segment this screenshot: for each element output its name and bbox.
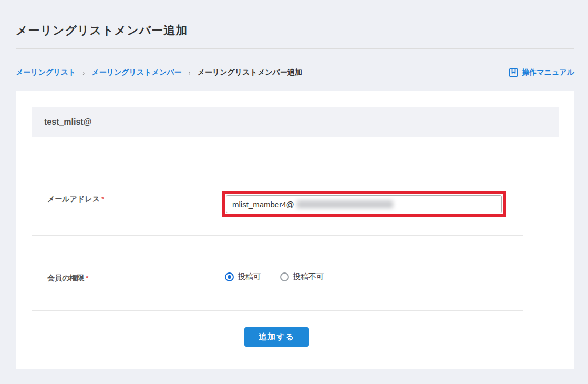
breadcrumb-separator-icon: ›: [82, 68, 85, 77]
manual-link-label: 操作マニュアル: [522, 68, 574, 77]
title-divider: [16, 48, 574, 49]
page-title: メーリングリストメンバー追加: [16, 23, 188, 38]
book-manual-icon: [509, 68, 518, 77]
permission-label-wrap: 会員の権限*: [47, 273, 88, 283]
radio-option-post-not-allowed[interactable]: 投稿不可: [280, 272, 324, 282]
mailing-list-name: test_mlist@: [44, 117, 91, 127]
highlight-annotation-box: mlist_mamber4@: [222, 191, 506, 217]
breadcrumb-separator-icon: ›: [189, 68, 191, 77]
email-label: メールアドレス: [47, 195, 100, 203]
add-member-button[interactable]: 追加する: [244, 327, 309, 347]
email-input-value: mlist_mamber4@: [232, 200, 294, 209]
email-input[interactable]: mlist_mamber4@: [226, 195, 502, 213]
row-divider: [32, 235, 523, 236]
required-asterisk: *: [101, 195, 104, 203]
radio-unchecked-icon[interactable]: [280, 272, 289, 281]
row-divider: [32, 310, 523, 311]
form-card: test_mlist@ メールアドレス* mlist_mamber4@ 会員の権…: [16, 91, 574, 369]
permission-label: 会員の権限: [47, 274, 84, 282]
breadcrumb-link-mailing-list[interactable]: メーリングリスト: [16, 68, 76, 77]
breadcrumb: メーリングリスト › メーリングリストメンバー › メーリングリストメンバー追加: [16, 68, 302, 77]
radio-label-post-allowed: 投稿可: [238, 272, 261, 282]
required-asterisk: *: [86, 274, 88, 282]
breadcrumb-link-mailing-list-members[interactable]: メーリングリストメンバー: [91, 68, 181, 77]
email-label-wrap: メールアドレス*: [47, 194, 104, 204]
breadcrumb-current-page: メーリングリストメンバー追加: [198, 68, 302, 77]
mailing-list-name-header: test_mlist@: [32, 107, 559, 137]
radio-option-post-allowed[interactable]: 投稿可: [225, 272, 261, 282]
radio-checked-icon[interactable]: [225, 272, 234, 281]
redacted-domain: [297, 200, 393, 208]
breadcrumb-row: メーリングリスト › メーリングリストメンバー › メーリングリストメンバー追加…: [16, 66, 574, 79]
permission-radio-group: 投稿可 投稿不可: [225, 272, 324, 282]
radio-label-post-not-allowed: 投稿不可: [293, 272, 324, 282]
manual-link[interactable]: 操作マニュアル: [509, 68, 574, 77]
